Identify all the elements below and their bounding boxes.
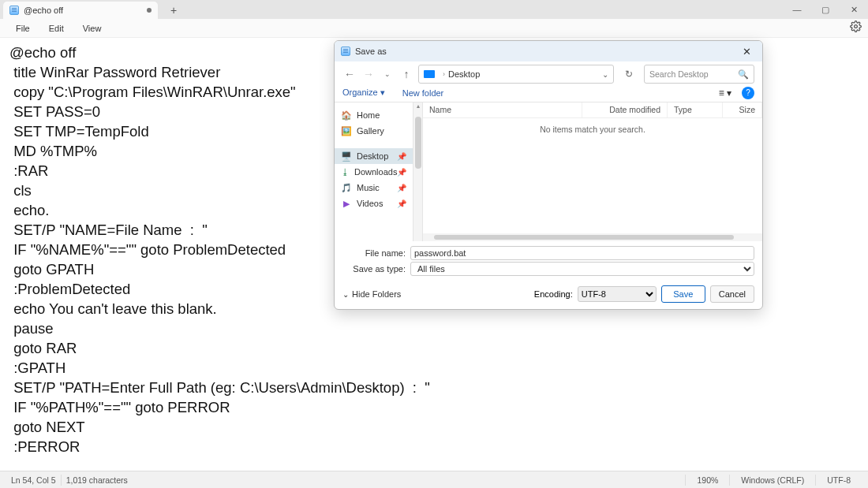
- nav-back-button[interactable]: ←: [342, 67, 357, 81]
- col-size[interactable]: Size: [723, 102, 762, 117]
- saveastype-label: Save as type:: [342, 264, 410, 274]
- editor-line: goto RAR: [9, 338, 859, 358]
- encoding-select[interactable]: UTF-8: [578, 286, 657, 302]
- view-options-button[interactable]: ≡ ▾: [716, 88, 734, 99]
- col-type[interactable]: Type: [668, 102, 723, 117]
- status-encoding: UTF-8: [815, 475, 862, 486]
- nav-forward-button[interactable]: →: [361, 67, 376, 81]
- file-list-header: Name Date modified Type Size: [423, 102, 762, 118]
- notepad-icon: [9, 6, 19, 15]
- settings-gear-icon[interactable]: [850, 20, 862, 35]
- gallery-icon: 🖼️: [341, 126, 352, 136]
- editor-line: goto NEXT: [9, 417, 859, 437]
- folder-icon: [424, 70, 435, 78]
- close-window-button[interactable]: ✕: [840, 0, 868, 19]
- pin-icon: 📌: [397, 184, 406, 192]
- title-bar: @echo off + — ▢ ✕: [0, 0, 868, 19]
- col-name[interactable]: Name: [423, 102, 582, 117]
- search-icon: 🔍: [738, 69, 749, 80]
- desktop-icon: 🖥️: [341, 151, 352, 161]
- minimize-button[interactable]: —: [783, 0, 811, 19]
- tab-modified-dot: [147, 8, 152, 13]
- chevron-down-icon: ⌄: [342, 290, 349, 299]
- new-folder-button[interactable]: New folder: [402, 88, 444, 98]
- save-as-dialog: Save as ✕ ← → ⌄ ↑ › Desktop ⌄ ↻ Search D…: [334, 40, 763, 310]
- nav-desktop[interactable]: 🖥️Desktop📌: [335, 148, 413, 164]
- nav-videos[interactable]: ▶Videos📌: [335, 196, 413, 211]
- nav-music[interactable]: 🎵Music📌: [335, 180, 413, 196]
- menu-file[interactable]: File: [6, 22, 39, 35]
- home-icon: 🏠: [341, 110, 352, 120]
- maximize-button[interactable]: ▢: [811, 0, 840, 19]
- editor-line: pause: [9, 319, 859, 338]
- new-tab-button[interactable]: +: [164, 2, 183, 19]
- download-icon: ⭳: [341, 167, 350, 177]
- empty-list-message: No items match your search.: [423, 118, 762, 233]
- scroll-thumb[interactable]: [415, 117, 421, 169]
- editor-line: :GPATH: [9, 358, 859, 378]
- nav-downloads[interactable]: ⭳Downloads📌: [335, 164, 413, 180]
- editor-line: IF "%PATH%"=="" goto PERROR: [9, 397, 859, 417]
- status-bar: Ln 54, Col 5 1,019 characters 190% Windo…: [0, 471, 868, 488]
- col-date[interactable]: Date modified: [582, 102, 668, 117]
- nav-gallery[interactable]: 🖼️Gallery: [335, 123, 413, 139]
- filename-label: File name:: [342, 248, 410, 258]
- address-bar[interactable]: › Desktop ⌄: [418, 65, 614, 84]
- help-button[interactable]: ?: [742, 87, 754, 99]
- dialog-close-button[interactable]: ✕: [737, 46, 756, 58]
- refresh-button[interactable]: ↻: [622, 67, 636, 81]
- saveastype-select[interactable]: All files: [410, 262, 754, 276]
- nav-pane: 🏠Home 🖼️Gallery 🖥️Desktop📌 ⭳Downloads📌 🎵…: [335, 102, 413, 241]
- organize-menu[interactable]: Organize ▾: [342, 88, 385, 98]
- editor-line: SET/P "PATH=Enter Full Path (eg: C:\User…: [9, 378, 859, 397]
- menu-bar: File Edit View: [0, 19, 868, 38]
- status-eol: Windows (CRLF): [729, 475, 815, 486]
- search-input[interactable]: Search Desktop 🔍: [644, 65, 754, 84]
- search-placeholder: Search Desktop: [649, 69, 709, 79]
- nav-home[interactable]: 🏠Home: [335, 107, 413, 123]
- svg-point-0: [855, 25, 858, 28]
- status-zoom[interactable]: 190%: [685, 475, 729, 486]
- pin-icon: 📌: [397, 199, 406, 208]
- file-list-hscroll[interactable]: [423, 233, 762, 241]
- menu-view[interactable]: View: [73, 22, 111, 35]
- cancel-button[interactable]: Cancel: [710, 285, 754, 303]
- menu-edit[interactable]: Edit: [39, 22, 73, 35]
- dialog-title: Save as: [355, 47, 387, 56]
- chevron-right-icon: ›: [443, 70, 445, 78]
- editor-line: :PERROR: [9, 437, 859, 456]
- nav-recent-button[interactable]: ⌄: [380, 67, 395, 81]
- chevron-down-icon[interactable]: ⌄: [602, 70, 608, 79]
- video-icon: ▶: [341, 199, 352, 208]
- scroll-up-icon[interactable]: ▴: [413, 102, 423, 110]
- save-button[interactable]: Save: [661, 285, 705, 303]
- address-path: Desktop: [448, 69, 480, 79]
- status-cursor-pos: Ln 54, Col 5: [6, 475, 62, 486]
- dialog-title-bar: Save as ✕: [335, 41, 762, 61]
- pin-icon: 📌: [397, 168, 406, 177]
- encoding-label: Encoding:: [534, 289, 573, 299]
- pin-icon: 📌: [397, 152, 406, 161]
- document-tab[interactable]: @echo off: [3, 2, 158, 19]
- music-icon: 🎵: [341, 183, 352, 192]
- tab-title: @echo off: [24, 6, 63, 15]
- hscroll-thumb[interactable]: [434, 235, 734, 240]
- notepad-icon: [341, 47, 350, 56]
- status-char-count: 1,019 characters: [62, 475, 133, 486]
- hide-folders-toggle[interactable]: ⌄ Hide Folders: [342, 289, 401, 299]
- filename-input[interactable]: [410, 246, 754, 260]
- nav-up-button[interactable]: ↑: [399, 67, 413, 81]
- nav-scroll-bar[interactable]: ▴: [413, 102, 423, 241]
